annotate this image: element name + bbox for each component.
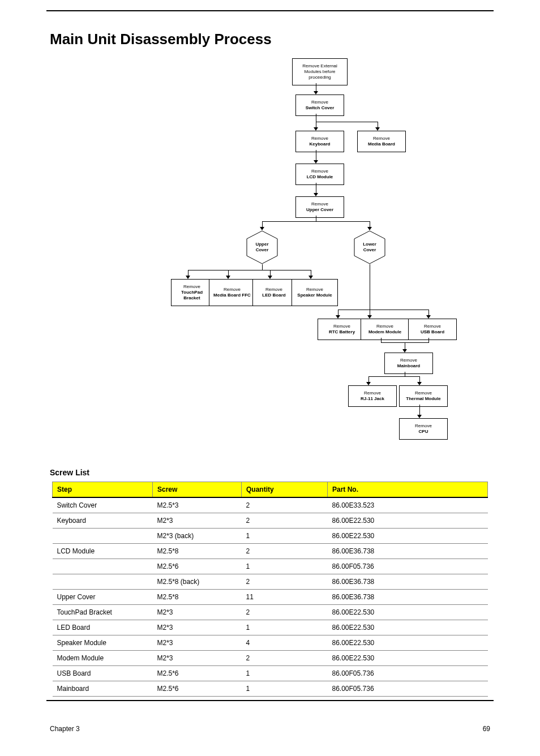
table-cell: 4 — [242, 635, 328, 651]
th-screw: Screw — [153, 482, 242, 498]
table-cell: M2*3 — [153, 513, 242, 529]
table-cell: M2*3 — [153, 605, 242, 620]
table-cell: M2.5*6 — [153, 681, 242, 697]
conn — [428, 310, 429, 315]
table-cell: M2.5*6 — [153, 559, 242, 574]
hex-lower-cover: Lower Cover — [353, 230, 387, 264]
footer-left: Chapter 3 — [50, 725, 80, 733]
box-upper-cover: RemoveUpper Cover — [295, 196, 344, 218]
box-text: RemoveKeyboard — [310, 136, 331, 147]
conn — [316, 122, 378, 122]
conn — [228, 270, 229, 276]
conn — [188, 270, 311, 270]
box-thermal-module: RemoveThermal Module — [399, 385, 448, 407]
table-cell: 86.00E33.523 — [328, 497, 488, 513]
table-cell: M2.5*3 — [153, 497, 242, 513]
table-cell: 86.00E22.530 — [328, 605, 488, 620]
table-cell: LCD Module — [53, 544, 153, 559]
table-row: Switch CoverM2.5*3286.00E33.523 — [53, 497, 488, 513]
box-text: RemoveMedia Board — [368, 136, 395, 147]
section-title: Main Unit Disassembly Process — [50, 31, 540, 48]
table-cell: TouchPad Bracket — [53, 605, 153, 620]
conn — [368, 376, 369, 382]
table-cell: 86.00F05.736 — [328, 559, 488, 574]
conn — [370, 310, 370, 315]
rule-bottom — [46, 700, 494, 701]
conn — [270, 270, 271, 276]
table-cell: 86.00F05.736 — [328, 681, 488, 697]
table-cell: 86.00E36.738 — [328, 544, 488, 559]
box-text: RemoveModem Module — [368, 324, 401, 335]
hex-upper-cover: Upper Cover — [245, 230, 279, 264]
conn — [262, 264, 263, 270]
table-cell: 1 — [242, 559, 328, 574]
table-cell: Keyboard — [53, 513, 153, 529]
conn — [262, 221, 370, 222]
box-text: RemoveCPU — [415, 423, 432, 435]
table-cell: 2 — [242, 513, 328, 529]
screw-table: Step Screw Quantity Part No. Switch Cove… — [52, 482, 488, 697]
box-text: RemoveMainboard — [397, 358, 420, 369]
flowchart: Remove External Modules before proceedin… — [78, 58, 462, 454]
box-rtc-battery: RemoveRTC Battery — [318, 319, 366, 340]
table-row: M2.5*6186.00F05.736 — [53, 559, 488, 574]
conn — [370, 221, 370, 227]
table-row: Speaker ModuleM2*3486.00E22.530 — [53, 635, 488, 651]
table-cell: Upper Cover — [53, 590, 153, 605]
table-row: Upper CoverM2.5*81186.00E36.738 — [53, 590, 488, 605]
table-row: Modem ModuleM2*3286.00E22.530 — [53, 651, 488, 666]
table-cell: Modem Module — [53, 651, 153, 666]
table-row: LED BoardM2*3186.00E22.530 — [53, 620, 488, 635]
table-cell: M2*3 — [153, 651, 242, 666]
table-cell: 2 — [242, 544, 328, 559]
th-step: Step — [53, 482, 153, 498]
box-start-text: Remove External Modules before proceedin… — [302, 63, 337, 80]
table-cell: M2.5*8 — [153, 590, 242, 605]
conn — [370, 264, 370, 310]
table-cell: Mainboard — [53, 681, 153, 697]
table-row: USB BoardM2.5*6186.00F05.736 — [53, 666, 488, 681]
conn — [419, 405, 420, 415]
table-cell: M2.5*8 — [153, 544, 242, 559]
box-text: RemoveLCD Module — [307, 169, 333, 180]
conn — [338, 310, 429, 310]
conn — [188, 270, 188, 276]
table-cell: Speaker Module — [53, 635, 153, 651]
table-cell: 86.00E22.530 — [328, 620, 488, 635]
table-cell: 86.00E36.738 — [328, 590, 488, 605]
table-cell: LED Board — [53, 620, 153, 635]
table-cell: 11 — [242, 590, 328, 605]
table-row: LCD ModuleM2.5*8286.00E36.738 — [53, 544, 488, 559]
box-text: RemoveSpeaker Module — [297, 287, 332, 298]
table-cell: M2*3 (back) — [153, 529, 242, 544]
box-lcd-module: RemoveLCD Module — [295, 164, 344, 185]
box-text: RemoveRTC Battery — [329, 324, 355, 335]
conn — [368, 376, 419, 377]
conn — [262, 221, 263, 227]
table-cell: 2 — [242, 605, 328, 620]
table-cell: 2 — [242, 574, 328, 590]
box-rj11-jack: RemoveRJ-11 Jack — [348, 385, 397, 407]
box-usb-board: RemoveUSB Board — [408, 319, 457, 340]
table-cell: 1 — [242, 666, 328, 681]
th-partno: Part No. — [328, 482, 488, 498]
table-cell: 86.00E22.530 — [328, 529, 488, 544]
table-cell — [53, 559, 153, 574]
table-cell: 86.00E22.530 — [328, 651, 488, 666]
conn — [405, 342, 405, 349]
box-modem-module: RemoveModem Module — [361, 319, 409, 340]
table-cell: M2*3 — [153, 620, 242, 635]
table-cell — [53, 574, 153, 590]
table-cell: Switch Cover — [53, 497, 153, 513]
conn — [378, 122, 378, 127]
table-caption: Screw List — [50, 468, 540, 477]
table-cell: 1 — [242, 620, 328, 635]
conn — [316, 122, 316, 127]
table-cell: 2 — [242, 651, 328, 666]
box-touchpad-bracket: RemoveTouchPadBracket — [171, 279, 213, 306]
conn — [405, 372, 405, 376]
table-cell: M2.5*6 — [153, 666, 242, 681]
box-cpu: RemoveCPU — [399, 418, 448, 440]
table-cell: 86.00E22.530 — [328, 635, 488, 651]
table-cell: 2 — [242, 497, 328, 513]
